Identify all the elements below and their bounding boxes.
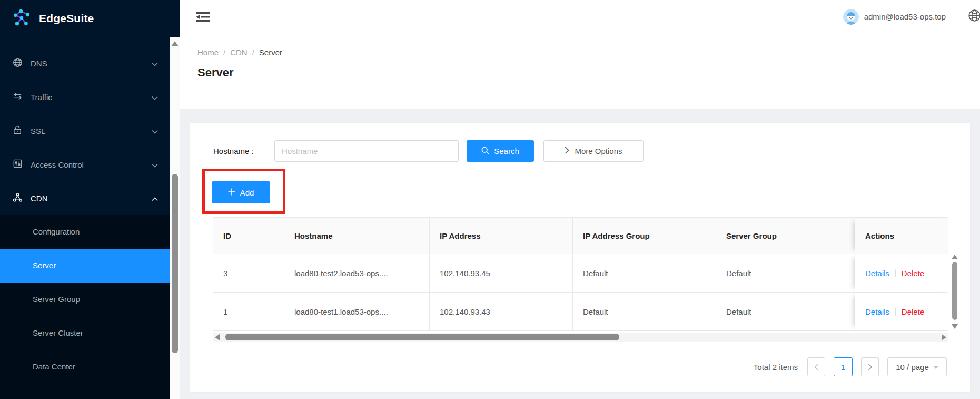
sidebar-item-ssl[interactable]: SSL <box>0 114 170 148</box>
breadcrumb: Home / CDN / Server <box>197 48 980 57</box>
sidebar-scrollbar[interactable] <box>170 37 180 399</box>
server-table: ID Hostname IP Address IP Address Group … <box>213 217 948 331</box>
chevron-down-icon <box>152 160 158 169</box>
cell-actions: Details Delete <box>855 293 948 330</box>
search-icon <box>481 147 489 156</box>
main-area: admin@load53-ops.top Home / CDN / Server… <box>180 0 980 399</box>
breadcrumb-cdn[interactable]: CDN <box>230 48 248 57</box>
cell-hostname: load80-test2.load53-ops.... <box>284 254 429 292</box>
globe-icon <box>13 57 23 69</box>
chevron-down-icon <box>152 59 158 68</box>
search-button-label: Search <box>494 147 519 155</box>
column-header-actions: Actions <box>855 218 948 254</box>
chevron-right-icon <box>565 147 569 155</box>
add-button-label: Add <box>240 188 254 197</box>
sidebar-item-configuration[interactable]: Configuration <box>0 215 170 249</box>
table-header-row: ID Hostname IP Address IP Address Group … <box>213 217 948 254</box>
cell-id: 3 <box>213 254 284 292</box>
lock-icon <box>13 125 23 137</box>
scroll-right-arrow-icon[interactable] <box>942 334 946 340</box>
vertical-scrollbar-thumb[interactable] <box>952 262 957 320</box>
breadcrumb-home[interactable]: Home <box>197 48 219 57</box>
page-title: Server <box>197 66 980 80</box>
swap-arrows-icon <box>13 91 23 103</box>
table-row: 1 load80-test1.load53-ops.... 102.140.93… <box>213 293 948 331</box>
cell-hostname: load80-test1.load53-ops.... <box>284 293 429 330</box>
sidebar-item-label: Traffic <box>31 93 152 102</box>
sidebar-item-traffic[interactable]: Traffic <box>0 80 170 114</box>
menu-fold-icon[interactable] <box>196 11 210 25</box>
table-row: 3 load80-test2.load53-ops.... 102.140.93… <box>213 254 948 293</box>
table-horizontal-scrollbar[interactable] <box>213 333 948 342</box>
sidebar-item-data-center[interactable]: Data Center <box>0 350 170 384</box>
page-size-select[interactable]: 10 / page <box>887 357 947 376</box>
scroll-up-arrow-icon[interactable] <box>952 255 958 259</box>
details-link[interactable]: Details <box>865 269 889 278</box>
cell-ip: 102.140.93.45 <box>429 254 572 292</box>
page-header: Home / CDN / Server Server <box>180 33 980 109</box>
chevron-down-icon <box>152 93 158 102</box>
sidebar-item-label: Access Control <box>31 160 152 169</box>
cell-server-group: Default <box>716 293 855 330</box>
column-header-ip-group: IP Address Group <box>572 218 716 254</box>
delete-link[interactable]: Delete <box>902 307 924 316</box>
avatar[interactable] <box>843 9 859 25</box>
sidebar-item-label: SSL <box>31 126 152 135</box>
app-logo: EdgeSuite <box>0 0 170 37</box>
sidebar-item-dns[interactable]: DNS <box>0 46 170 80</box>
content-card: Hostname : Search More Options <box>190 122 971 393</box>
page-size-value: 10 / page <box>896 363 929 372</box>
cell-ip-group: Default <box>572 293 716 330</box>
pagination-total: Total 2 items <box>754 363 798 372</box>
scroll-down-arrow-icon[interactable] <box>952 324 958 329</box>
hostname-input[interactable] <box>274 140 459 162</box>
sidebar-item-label: CDN <box>31 194 152 203</box>
plus-icon <box>228 188 235 197</box>
search-button[interactable]: Search <box>467 140 534 162</box>
scroll-left-arrow-icon[interactable] <box>215 334 220 340</box>
sidebar-item-label: DNS <box>31 59 152 68</box>
pagination-prev-button[interactable] <box>807 357 825 376</box>
sidebar: EdgeSuite DNS Traffic <box>0 0 180 399</box>
cell-ip: 102.140.93.43 <box>429 293 572 330</box>
brand-logo-icon <box>13 8 32 29</box>
column-header-server-group: Server Group <box>716 218 855 254</box>
add-button[interactable]: Add <box>212 181 270 203</box>
more-options-button[interactable]: More Options <box>543 140 644 162</box>
more-options-label: More Options <box>575 147 622 155</box>
scroll-up-arrow-icon[interactable] <box>171 41 179 46</box>
action-divider <box>895 308 896 316</box>
table-vertical-scrollbar[interactable] <box>951 254 959 330</box>
breadcrumb-current: Server <box>259 48 282 57</box>
breadcrumb-separator: / <box>252 48 254 57</box>
sidebar-item-cdn[interactable]: CDN <box>0 181 170 215</box>
pagination-page-1[interactable]: 1 <box>834 357 853 376</box>
column-header-ip: IP Address <box>429 218 572 254</box>
delete-link[interactable]: Delete <box>902 269 924 278</box>
language-globe-icon[interactable] <box>968 9 980 24</box>
cell-id: 1 <box>213 293 284 330</box>
column-header-id: ID <box>213 218 284 254</box>
hostname-label: Hostname : <box>213 147 266 155</box>
sidebar-nav: DNS Traffic <box>0 37 170 399</box>
cell-server-group: Default <box>716 254 855 292</box>
search-form: Hostname : Search More Options <box>213 140 644 162</box>
action-divider <box>895 269 896 277</box>
cell-ip-group: Default <box>572 254 716 292</box>
sidebar-item-server-cluster[interactable]: Server Cluster <box>0 316 170 350</box>
details-link[interactable]: Details <box>865 307 889 316</box>
user-email[interactable]: admin@load53-ops.top <box>864 12 946 21</box>
user-menu: admin@load53-ops.top <box>843 0 980 33</box>
pagination-next-button[interactable] <box>861 357 879 376</box>
chevron-down-icon <box>152 126 158 135</box>
sidebar-scrollbar-thumb[interactable] <box>172 174 178 353</box>
horizontal-scrollbar-thumb[interactable] <box>225 334 619 340</box>
chevron-up-icon <box>152 194 158 203</box>
pagination: Total 2 items 1 10 / page <box>754 357 947 376</box>
sliders-icon <box>13 159 23 170</box>
sidebar-item-server[interactable]: Server <box>0 249 170 283</box>
sidebar-item-server-group[interactable]: Server Group <box>0 283 170 316</box>
sidebar-item-access-control[interactable]: Access Control <box>0 148 170 181</box>
caret-down-icon <box>933 366 938 369</box>
network-nodes-icon <box>13 192 23 204</box>
